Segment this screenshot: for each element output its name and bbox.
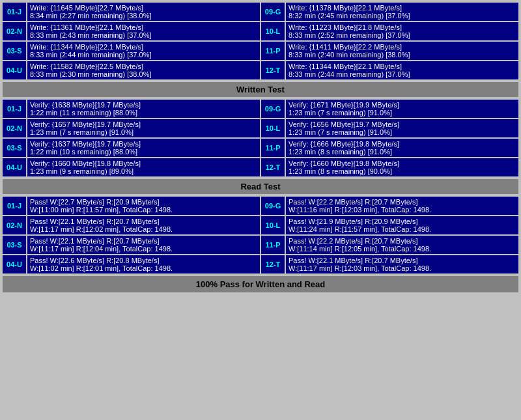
write-09g-line2: 8:32 min (2:45 min remaining) [37.0%] (289, 12, 516, 20)
write-data-04u: Write: {11582 MByte}[22.5 MByte/s] 8:33 … (27, 61, 260, 79)
verify-label-11p: 11-P (261, 139, 285, 157)
verify-03s-line1: Verify: {1637 MByte}[19.7 MByte/s] (30, 140, 257, 148)
verify-label-09g: 09-G (261, 100, 285, 118)
pass-label-02n: 02-N (3, 216, 26, 234)
write-label-09g: 09-G (261, 3, 285, 21)
pass-label-04u: 04-U (3, 255, 26, 273)
verify-label-10l: 10-L (261, 119, 285, 137)
pass-data-11p: Pass! W:[22.2 MByte/s] R:[20.7 MByte/s] … (286, 236, 518, 254)
write-row-4: 04-U Write: {11582 MByte}[22.5 MByte/s] … (3, 61, 518, 79)
verify-row-2: 02-N Verify: {1657 MByte}[19.7 MByte/s] … (3, 119, 518, 137)
write-01j-line2: 8:34 min (2:27 min remaining) [38.0%] (30, 12, 257, 20)
pass-data-01j: Pass! W:[22.7 MByte/s] R:[20.9 MByte/s] … (27, 197, 260, 215)
pass-03s-line2: W:[11:17 min] R:[12:04 min], TotalCap: 1… (30, 245, 257, 253)
pass-04u-line2: W:[11:02 min] R:[12:01 min], TotalCap: 1… (30, 264, 257, 272)
write-data-09g: Write: {11378 MByte}[22.1 MByte/s] 8:32 … (286, 3, 518, 21)
write-02n-line1: Write: {11361 MByte}[22.1 MByte/s] (30, 23, 257, 31)
pass-12t-line2: W:[11:17 min] R:[12:03 min], TotalCap: 1… (289, 264, 516, 272)
verify-03s-line2: 1:22 min (10 s remaining) [88.0%] (30, 148, 257, 156)
pass-10l-line1: Pass! W:[21.9 MByte/s] R:[20.9 MByte/s] (289, 217, 516, 225)
verify-02n-line2: 1:23 min (7 s remaining) [91.0%] (30, 128, 257, 136)
write-04u-line2: 8:33 min (2:30 min remaining) [38.0%] (30, 70, 257, 78)
write-09g-line1: Write: {11378 MByte}[22.1 MByte/s] (289, 4, 516, 12)
verify-12t-line1: Verify: {1660 MByte}[19.8 MByte/s] (289, 160, 516, 167)
write-row-3: 03-S Write: {11344 MByte}[22.1 MByte/s] … (3, 42, 518, 60)
verify-09g-line2: 1:23 min (7 s remaining) [91.0%] (289, 109, 516, 117)
write-label-03s: 03-S (3, 42, 26, 60)
write-11p-line2: 8:33 min (2:40 min remaining) [38.0%] (289, 51, 516, 59)
verify-label-01j: 01-J (3, 100, 26, 118)
write-12t-line2: 8:33 min (2:44 min remaining) [37.0%] (289, 70, 516, 78)
write-data-11p: Write: {11411 MByte}[22.2 MByte/s] 8:33 … (286, 42, 518, 60)
verify-data-04u: Verify: {1660 MByte}[19.8 MByte/s] 1:23 … (27, 158, 260, 176)
write-label-12t: 12-T (261, 61, 285, 79)
pass-label-03s: 03-S (3, 236, 26, 254)
verify-data-02n: Verify: {1657 MByte}[19.7 MByte/s] 1:23 … (27, 119, 260, 137)
pass-02n-line2: W:[11:17 min] R:[12:02 min], TotalCap: 1… (30, 225, 257, 233)
pass-label-10l: 10-L (261, 216, 285, 234)
verify-row-4: 04-U Verify: {1660 MByte}[19.8 MByte/s] … (3, 158, 518, 176)
written-test-header: Written Test (3, 82, 518, 97)
pass-12t-line1: Pass! W:[22.1 MByte/s] R:[20.7 MByte/s] (289, 257, 516, 264)
pass-label-11p: 11-P (261, 236, 285, 254)
pass-10l-line2: W:[11:24 min] R:[11:57 min], TotalCap: 1… (289, 225, 516, 233)
write-data-10l: Write: {11223 MByte}[21.8 MByte/s] 8:33 … (286, 22, 518, 40)
pass-11p-line2: W:[11:14 min] R:[12:05 min], TotalCap: 1… (289, 245, 516, 253)
pass-row-4: 04-U Pass! W:[22.6 MByte/s] R:[20.8 MByt… (3, 255, 518, 273)
verify-01j-line2: 1:22 min (11 s remaining) [88.0%] (30, 109, 257, 117)
verify-02n-line1: Verify: {1657 MByte}[19.7 MByte/s] (30, 120, 257, 128)
verify-label-03s: 03-S (3, 139, 26, 157)
pass-footer-banner: 100% Pass for Written and Read (3, 276, 518, 292)
verify-data-11p: Verify: {1666 MByte}[19.8 MByte/s] 1:23 … (286, 139, 518, 157)
verify-section: 01-J Verify: {1638 MByte}[19.7 MByte/s] … (3, 100, 518, 176)
write-data-03s: Write: {11344 MByte}[22.1 MByte/s] 8:33 … (27, 42, 260, 60)
verify-11p-line1: Verify: {1666 MByte}[19.8 MByte/s] (289, 140, 516, 148)
write-data-12t: Write: {11344 MByte}[22.1 MByte/s] 8:33 … (286, 61, 518, 79)
write-11p-line1: Write: {11411 MByte}[22.2 MByte/s] (289, 43, 516, 51)
pass-row-1: 01-J Pass! W:[22.7 MByte/s] R:[20.9 MByt… (3, 197, 518, 215)
pass-label-12t: 12-T (261, 255, 285, 273)
write-03s-line2: 8:33 min (2:44 min remaining) [37.0%] (30, 51, 257, 59)
write-data-02n: Write: {11361 MByte}[22.1 MByte/s] 8:33 … (27, 22, 260, 40)
verify-data-01j: Verify: {1638 MByte}[19.7 MByte/s] 1:22 … (27, 100, 260, 118)
pass-data-09g: Pass! W:[22.2 MByte/s] R:[20.7 MByte/s] … (286, 197, 518, 215)
pass-row-3: 03-S Pass! W:[22.1 MByte/s] R:[20.7 MByt… (3, 236, 518, 254)
pass-data-10l: Pass! W:[21.9 MByte/s] R:[20.9 MByte/s] … (286, 216, 518, 234)
pass-09g-line2: W:[11:16 min] R:[12:03 min], TotalCap: 1… (289, 206, 516, 214)
pass-row-2: 02-N Pass! W:[22.1 MByte/s] R:[20.7 MByt… (3, 216, 518, 234)
write-label-11p: 11-P (261, 42, 285, 60)
verify-data-09g: Verify: {1671 MByte}[19.9 MByte/s] 1:23 … (286, 100, 518, 118)
pass-02n-line1: Pass! W:[22.1 MByte/s] R:[20.7 MByte/s] (30, 217, 257, 225)
verify-data-10l: Verify: {1656 MByte}[19.7 MByte/s] 1:23 … (286, 119, 518, 137)
pass-data-03s: Pass! W:[22.1 MByte/s] R:[20.7 MByte/s] … (27, 236, 260, 254)
read-test-header: Read Test (3, 179, 518, 194)
write-section: 01-J Write: {11645 MByte}[22.7 MByte/s] … (3, 3, 518, 79)
main-container: 01-J Write: {11645 MByte}[22.7 MByte/s] … (0, 0, 521, 295)
pass-label-01j: 01-J (3, 197, 26, 215)
write-03s-line1: Write: {11344 MByte}[22.1 MByte/s] (30, 43, 257, 51)
pass-11p-line1: Pass! W:[22.2 MByte/s] R:[20.7 MByte/s] (289, 237, 516, 245)
verify-label-02n: 02-N (3, 119, 26, 137)
verify-04u-line2: 1:23 min (9 s remaining) [89.0%] (30, 167, 257, 175)
verify-label-04u: 04-U (3, 158, 26, 176)
pass-01j-line2: W:[11:00 min] R:[11:57 min], TotalCap: 1… (30, 206, 257, 214)
verify-data-12t: Verify: {1660 MByte}[19.8 MByte/s] 1:23 … (286, 158, 518, 176)
pass-01j-line1: Pass! W:[22.7 MByte/s] R:[20.9 MByte/s] (30, 198, 257, 206)
pass-03s-line1: Pass! W:[22.1 MByte/s] R:[20.7 MByte/s] (30, 237, 257, 245)
write-label-04u: 04-U (3, 61, 26, 79)
verify-label-12t: 12-T (261, 158, 285, 176)
pass-data-04u: Pass! W:[22.6 MByte/s] R:[20.8 MByte/s] … (27, 255, 260, 273)
pass-09g-line1: Pass! W:[22.2 MByte/s] R:[20.7 MByte/s] (289, 198, 516, 206)
write-label-01j: 01-J (3, 3, 26, 21)
verify-01j-line1: Verify: {1638 MByte}[19.7 MByte/s] (30, 101, 257, 109)
pass-data-02n: Pass! W:[22.1 MByte/s] R:[20.7 MByte/s] … (27, 216, 260, 234)
write-12t-line1: Write: {11344 MByte}[22.1 MByte/s] (289, 63, 516, 70)
verify-10l-line2: 1:23 min (7 s remaining) [91.0%] (289, 128, 516, 136)
pass-label-09g: 09-G (261, 197, 285, 215)
write-02n-line2: 8:33 min (2:43 min remaining) [37.0%] (30, 31, 257, 39)
write-10l-line2: 8:33 min (2:52 min remaining) [37.0%] (289, 31, 516, 39)
verify-11p-line2: 1:23 min (8 s remaining) [91.0%] (289, 148, 516, 156)
write-row-1: 01-J Write: {11645 MByte}[22.7 MByte/s] … (3, 3, 518, 21)
write-data-01j: Write: {11645 MByte}[22.7 MByte/s] 8:34 … (27, 3, 260, 21)
write-row-2: 02-N Write: {11361 MByte}[22.1 MByte/s] … (3, 22, 518, 40)
